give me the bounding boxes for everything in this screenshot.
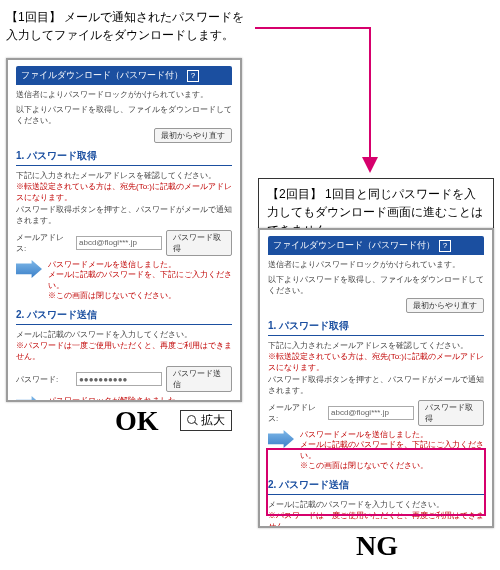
retry-button[interactable]: 最初からやり直す bbox=[154, 128, 232, 143]
pw-label: パスワード: bbox=[16, 374, 72, 385]
section1-warn2: パスワード取得ボタンを押すと、パスワードがメールで通知されます。 bbox=[16, 204, 232, 226]
section1-desc: 下記に入力されたメールアドレスを確認してください。 bbox=[16, 170, 232, 181]
flow-arrow bbox=[255, 20, 385, 180]
section1-warn2: パスワード取得ボタンを押すと、パスワードがメールで通知されます。 bbox=[268, 374, 484, 396]
caption-step1: 【1回目】 メールで通知されたパスワードを入力してファイルをダウンロードします。 bbox=[6, 8, 251, 44]
mail-input[interactable] bbox=[76, 236, 162, 250]
section2-desc: メールに記載のパスワードを入力してください。 bbox=[16, 329, 232, 340]
s2-note-a: パスワードロックが解除されました。 bbox=[48, 396, 224, 400]
s1-note-a: パスワードメールを送信しました。 bbox=[48, 260, 232, 270]
step-arrow-icon bbox=[16, 260, 42, 278]
mail-label: メールアドレス: bbox=[268, 402, 324, 424]
intro-line2: 以下よりパスワードを取得し、ファイルをダウンロードしてください。 bbox=[16, 104, 232, 126]
ok-label: OK bbox=[115, 405, 159, 437]
intro-line1: 送信者によりパスワードロックがかけられています。 bbox=[16, 89, 232, 100]
help-icon[interactable]: ? bbox=[439, 240, 451, 252]
ng-label: NG bbox=[356, 530, 398, 562]
section1-desc: 下記に入力されたメールアドレスを確認してください。 bbox=[268, 340, 484, 351]
dialog-title-bar: ファイルダウンロード（パスワード付） ? bbox=[268, 236, 484, 255]
intro-line2: 以下よりパスワードを取得し、ファイルをダウンロードしてください。 bbox=[268, 274, 484, 296]
screenshot-ng: ファイルダウンロード（パスワード付） ? 送信者によりパスワードロックがかけられ… bbox=[258, 228, 494, 528]
s1-note-b: メールに記載のパスワードを、下記にご入力ください。 bbox=[48, 270, 232, 291]
mail-input[interactable] bbox=[328, 406, 414, 420]
step-arrow-icon bbox=[268, 430, 294, 448]
dialog-title-bar: ファイルダウンロード（パスワード付） ? bbox=[16, 66, 232, 85]
section2-title: 2. パスワード送信 bbox=[16, 308, 232, 325]
retry-button[interactable]: 最初からやり直す bbox=[406, 298, 484, 313]
s1-note-c: ※この画面は閉じないでください。 bbox=[300, 461, 484, 471]
s1-note-c: ※この画面は閉じないでください。 bbox=[48, 291, 232, 301]
dialog-title: ファイルダウンロード（パスワード付） bbox=[21, 69, 183, 82]
section1-title: 1. パスワード取得 bbox=[16, 149, 232, 166]
pw-input[interactable] bbox=[76, 372, 162, 386]
help-icon[interactable]: ? bbox=[187, 70, 199, 82]
magnifier-icon bbox=[187, 415, 198, 426]
dialog-title: ファイルダウンロード（パスワード付） bbox=[273, 239, 435, 252]
intro-line1: 送信者によりパスワードロックがかけられています。 bbox=[268, 259, 484, 270]
section1-warn1: ※転送設定されている方は、宛先(To:)に記載のメールアドレスになります。 bbox=[16, 181, 232, 203]
section2-warn: ※パスワードは一度ご使用いただくと、再度ご利用はできません。 bbox=[268, 510, 484, 526]
section2-title: 2. パスワード送信 bbox=[268, 478, 484, 495]
zoom-button[interactable]: 拡大 bbox=[180, 410, 232, 431]
section2-desc: メールに記載のパスワードを入力してください。 bbox=[268, 499, 484, 510]
send-password-button[interactable]: パスワード送信 bbox=[166, 366, 232, 392]
s1-note-b: メールに記載のパスワードを、下記にご入力ください。 bbox=[300, 440, 484, 461]
mail-label: メールアドレス: bbox=[16, 232, 72, 254]
section2-warn: ※パスワードは一度ご使用いただくと、再度ご利用はできません。 bbox=[16, 340, 232, 362]
get-password-button[interactable]: パスワード取得 bbox=[418, 400, 484, 426]
step-arrow-icon bbox=[16, 396, 42, 400]
section1-warn1: ※転送設定されている方は、宛先(To:)に記載のメールアドレスになります。 bbox=[268, 351, 484, 373]
zoom-label: 拡大 bbox=[201, 412, 225, 429]
screenshot-ok: ファイルダウンロード（パスワード付） ? 送信者によりパスワードロックがかけられ… bbox=[6, 58, 242, 402]
section1-title: 1. パスワード取得 bbox=[268, 319, 484, 336]
get-password-button[interactable]: パスワード取得 bbox=[166, 230, 232, 256]
s1-note-a: パスワードメールを送信しました。 bbox=[300, 430, 484, 440]
